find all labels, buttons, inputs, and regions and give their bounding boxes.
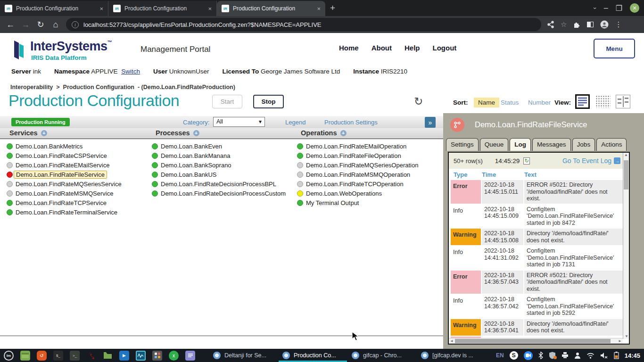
restore-button[interactable]: ❐ [616, 4, 622, 13]
nav-logout[interactable]: Logout [433, 44, 457, 52]
menu-button[interactable]: Menu [594, 39, 635, 58]
nav-about[interactable]: About [372, 44, 392, 52]
files-folder-icon[interactable] [103, 351, 113, 361]
forward-icon[interactable]: → [18, 20, 33, 30]
tab-close-icon[interactable]: × [99, 5, 104, 12]
tab-jobs[interactable]: Jobs [572, 138, 595, 151]
tab-messages[interactable]: Messages [532, 138, 571, 151]
log-row[interactable]: Warning2022-10-18 14:36:57.041Directory … [451, 319, 623, 336]
config-item[interactable]: Demo.Loan.BankSoprano [161, 162, 231, 169]
close-window-button[interactable]: ✕ [630, 3, 639, 13]
calculator-icon[interactable] [152, 351, 162, 361]
config-item[interactable]: Demo.Loan.FindRateEMailOperation [306, 143, 406, 150]
start-button[interactable]: Start [212, 95, 242, 108]
scroll-right-icon[interactable]: ► [618, 339, 622, 343]
col-time[interactable]: Time [482, 171, 523, 178]
back-icon[interactable]: ← [3, 20, 18, 30]
window-button[interactable]: [gifcap.dev is ... [417, 349, 486, 362]
tab-log[interactable]: Log [510, 138, 531, 151]
user-accounts-icon[interactable] [574, 352, 581, 359]
go-to-event-log-link[interactable]: Go To Event Log→ [562, 157, 620, 165]
tab-close-icon[interactable]: × [316, 5, 322, 12]
add-process-icon[interactable]: + [193, 130, 199, 136]
config-item-selected[interactable]: Demo.Loan.FindRateFileService [14, 171, 107, 179]
tab-queue[interactable]: Queue [480, 138, 509, 151]
system-monitor-icon[interactable] [136, 351, 146, 361]
tab-settings[interactable]: Settings [446, 138, 479, 151]
config-item[interactable]: Demo.Loan.FindRateMQSeriesService [16, 181, 122, 188]
log-row[interactable]: Info2022-10-18 14:45:15.009ConfigItem 'D… [451, 205, 623, 228]
config-item[interactable]: Demo.Loan.FindRateTCPService [16, 199, 107, 206]
scrollbar-thumb[interactable] [624, 160, 628, 189]
add-operation-icon[interactable]: + [340, 130, 347, 136]
breadcrumb-root[interactable]: Interoperability [10, 84, 53, 90]
security-shield-icon[interactable] [549, 352, 556, 359]
wifi-icon[interactable] [586, 353, 594, 359]
battery-icon[interactable] [614, 352, 619, 359]
sort-by-status[interactable]: Status [501, 99, 519, 106]
log-row[interactable]: Warning2022-10-18 14:45:15.008Directory … [451, 229, 623, 245]
category-select[interactable]: All [213, 117, 265, 127]
log-row[interactable]: Info2022-10-18 14:41:31.092ConfigItem 'D… [451, 246, 623, 270]
sort-by-name[interactable]: Name [474, 98, 499, 107]
config-item[interactable]: Demo.Loan.FindRateTerminalService [16, 209, 117, 216]
config-item[interactable]: Demo.Loan.FindRateTCPOperation [306, 181, 404, 188]
split-view-icon[interactable] [616, 95, 630, 108]
browser-tab[interactable]: IR Production Configuration × [0, 1, 108, 16]
config-item[interactable]: Demo.Loan.FindRateDecisionProcessBPL [161, 181, 276, 188]
backup-app-icon[interactable]: ↺ [37, 351, 47, 361]
config-item[interactable]: Demo.Loan.BankEven [161, 143, 222, 150]
nav-home[interactable]: Home [339, 44, 359, 52]
col-text[interactable]: Text [524, 171, 623, 178]
config-item[interactable]: Demo.Loan.FindRateDecisionProcessCustom [161, 190, 286, 197]
bookmark-star-icon[interactable]: ☆ [561, 20, 567, 29]
horizontal-scrollbar[interactable]: ◄ ► [449, 338, 623, 344]
show-desktop-icon[interactable] [20, 351, 30, 361]
site-info-icon[interactable]: i [72, 21, 79, 28]
config-item[interactable]: Demo.Loan.WebOperations [306, 190, 382, 197]
scroll-left-icon[interactable]: ◄ [450, 339, 454, 343]
share-icon[interactable] [547, 21, 554, 28]
keyboard-layout[interactable]: EN [496, 352, 504, 359]
auto-refresh-icon[interactable]: ↻ [523, 157, 530, 165]
config-item[interactable]: Demo.Loan.BankMetrics [16, 143, 83, 150]
profile-avatar-icon[interactable] [600, 20, 609, 29]
skype-icon[interactable]: S [510, 351, 518, 360]
stop-button[interactable]: Stop [253, 95, 284, 108]
volume-muted-icon[interactable] [600, 352, 608, 359]
scroll-up-icon[interactable]: ▲ [623, 153, 629, 157]
list-view-icon[interactable] [575, 94, 590, 109]
config-item[interactable]: Demo.Loan.FindRateMSMQOperation [306, 171, 410, 178]
vertical-scrollbar[interactable]: ▲ ▼ [623, 153, 629, 339]
config-item[interactable]: My Terminal Output [306, 199, 359, 206]
taskbar-clock[interactable]: 14:45 [625, 352, 640, 359]
grid-view-icon[interactable] [595, 95, 611, 108]
browser-menu-icon[interactable]: ⋮ [615, 20, 622, 29]
col-type[interactable]: Type [451, 171, 481, 178]
legend-link[interactable]: Legend [285, 119, 305, 126]
tab-search-chevron-icon[interactable]: › [592, 7, 599, 9]
address-bar[interactable]: i localhost:52773/csp/applive/EnsPortal.… [66, 18, 541, 31]
scrollbar-thumb[interactable] [455, 339, 611, 343]
production-settings-link[interactable]: Production Settings [324, 119, 378, 126]
log-row[interactable]: Error2022-10-18 14:45:15.011ERROR #5021:… [451, 180, 623, 204]
side-panel-icon[interactable] [586, 21, 594, 28]
browser-tab-active[interactable]: IR Production Configuration × [217, 1, 325, 16]
config-item[interactable]: Demo.Loan.FindRateEMailService [16, 162, 109, 169]
config-item[interactable]: Demo.Loan.BankUS [161, 171, 217, 178]
nav-help[interactable]: Help [405, 44, 420, 52]
vscode-icon[interactable]: ▶ [119, 351, 129, 361]
reload-icon[interactable]: ↻ [33, 19, 48, 30]
config-item[interactable]: Demo.Loan.FindRateMQSeriesOperation [306, 162, 418, 169]
tab-actions[interactable]: Actions [596, 138, 627, 151]
scroll-down-icon[interactable]: ▼ [625, 334, 628, 338]
config-item[interactable]: Demo.Loan.FindRateFileOperation [306, 152, 401, 159]
notes-list-icon[interactable] [185, 351, 195, 361]
globe-x-icon[interactable]: x [169, 351, 179, 361]
log-row[interactable]: Info2022-10-18 14:36:57.042ConfigItem 'D… [451, 295, 623, 318]
log-row[interactable]: Error2022-10-18 14:36:57.043ERROR #5021:… [451, 271, 623, 294]
expand-panel-button[interactable]: » [425, 117, 436, 128]
config-item[interactable]: Demo.Loan.FindRateCSPService [16, 152, 107, 159]
switch-link[interactable]: Switch [121, 68, 140, 75]
window-button-active[interactable]: Production Co... [279, 349, 347, 362]
